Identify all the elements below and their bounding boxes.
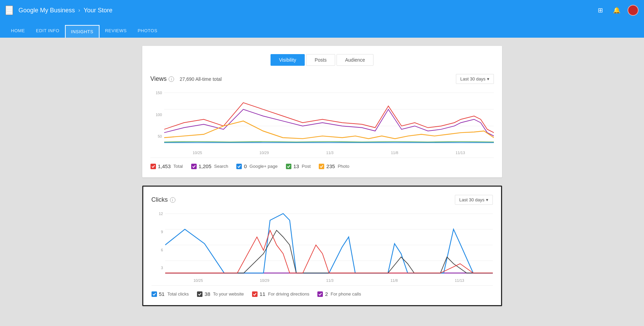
tab-visibility[interactable]: Visibility [271,54,305,66]
clicks-legend: 51 Total clicks 38 To your website 11 Fo… [152,291,493,297]
legend-google-plus-checkbox[interactable] [236,164,242,169]
header-top: ☰ Google My Business › Your Store ⊞ 🔔 [0,0,644,21]
tab-photos[interactable]: PHOTOS [132,25,163,38]
views-x-labels: 10/25 10/29 11/3 11/8 11/13 [164,151,494,158]
breadcrumb-chevron: › [78,7,80,13]
hamburger-menu[interactable]: ☰ [5,5,13,15]
legend-search: 1,205 Search [191,163,228,169]
brand-name: Google My Business [18,7,75,14]
views-chart: 150 100 50 [150,89,494,158]
legend-search-checkbox[interactable] [191,164,197,169]
clicks-section-header: Clicks i Last 30 days ▾ [152,195,493,205]
legend-phone: 2 For phone calls [317,291,361,297]
grid-icon[interactable]: ⊞ [595,5,606,16]
legend-phone-checkbox[interactable] [317,291,323,297]
visibility-card-tabs: Visibility Posts Audience [150,54,494,66]
clicks-date-dropdown[interactable]: Last 30 days ▾ [455,195,493,205]
views-title: Views i [150,75,174,83]
visibility-card: Visibility Posts Audience Views i 27,690… [142,46,502,177]
legend-total: 1,453 Total [150,163,183,169]
tab-edit-info[interactable]: EDIT INFO [30,25,65,38]
store-name: Your Store [83,7,112,14]
legend-post: 13 Post [286,163,311,169]
clicks-x-labels: 10/25 10/29 11/3 11/8 11/13 [165,278,493,285]
clicks-chart-svg [165,210,493,277]
views-section-header: Views i 27,690 All-time total Last 30 da… [150,74,494,84]
tab-insights[interactable]: INSIGHTS [65,25,100,38]
header: ☰ Google My Business › Your Store ⊞ 🔔 HO… [0,0,644,38]
legend-photo: 235 Photo [319,163,349,169]
nav-tabs: HOME EDIT INFO INSIGHTS REVIEWS PHOTOS [0,21,644,38]
header-actions: ⊞ 🔔 [595,5,639,16]
legend-photo-checkbox[interactable] [319,164,324,169]
clicks-y-labels: 12 9 6 3 [152,210,165,285]
clicks-chart: 12 9 6 3 [152,210,493,286]
legend-total-checkbox[interactable] [150,164,156,169]
legend-total-clicks: 51 Total clicks [152,291,189,297]
legend-google-plus: 0 Google+ page [236,163,277,169]
legend-website-checkbox[interactable] [197,291,202,297]
legend-total-clicks-checkbox[interactable] [152,291,157,297]
views-total: 27,690 All-time total [180,76,222,82]
header-title: Google My Business › Your Store [18,7,113,14]
notification-icon[interactable]: 🔔 [611,5,622,16]
clicks-info-icon[interactable]: i [170,197,175,203]
tab-posts[interactable]: Posts [306,54,335,66]
views-y-labels: 150 100 50 [150,89,164,158]
clicks-title: Clicks i [152,196,175,203]
clicks-card: Clicks i Last 30 days ▾ 12 9 6 3 [142,186,502,306]
tab-audience[interactable]: Audience [337,54,373,66]
tab-home[interactable]: HOME [5,25,30,38]
views-info-icon[interactable]: i [169,76,174,82]
avatar[interactable] [628,5,639,16]
legend-website: 38 To your website [197,291,244,297]
legend-directions: 11 For driving directions [252,291,309,297]
legend-directions-checkbox[interactable] [252,291,258,297]
legend-post-checkbox[interactable] [286,164,291,169]
views-date-dropdown[interactable]: Last 30 days ▾ [456,74,494,84]
views-chart-svg [164,89,494,149]
tab-reviews[interactable]: REVIEWS [100,25,132,38]
main-content: Visibility Posts Audience Views i 27,690… [134,38,510,323]
views-legend: 1,453 Total 1,205 Search 0 Google+ page [150,163,494,169]
